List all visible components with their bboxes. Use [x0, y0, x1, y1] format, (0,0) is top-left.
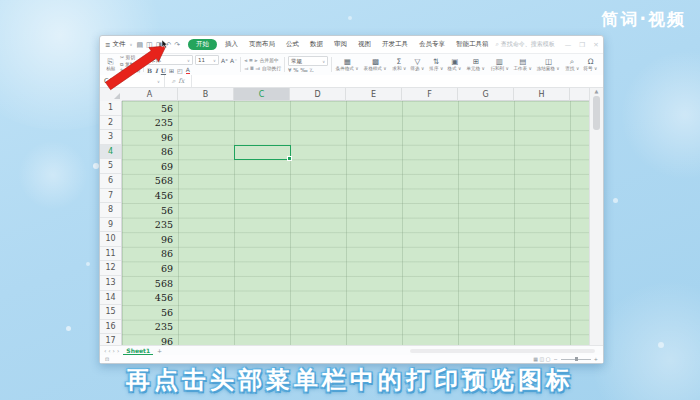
zoom-out-button[interactable]: − [554, 356, 558, 362]
merge-center-button[interactable]: 合并居中 [259, 58, 278, 64]
row-header[interactable]: 4 [100, 145, 121, 160]
copy-button[interactable]: ⧉ 复制 [120, 62, 140, 68]
menu-tab[interactable]: 智能工具箱 [453, 39, 492, 50]
menu-tab[interactable]: 开始 [188, 39, 217, 50]
number-format-buttons[interactable]: ¥ % ‰ ؉ [288, 67, 328, 73]
menu-tab[interactable]: 视图 [355, 39, 374, 50]
menu-tab[interactable]: 数据 [307, 39, 326, 50]
cell-value[interactable]: 96 [122, 234, 173, 245]
row-header[interactable]: 16 [100, 320, 121, 335]
view-mode-icons[interactable]: ▦ ◫ ▢ [533, 356, 550, 362]
rows-cols-button[interactable]: ▥行和列 ∨ [490, 58, 509, 72]
print-preview-icon[interactable]: ◨ [156, 41, 163, 49]
column-header[interactable]: E [346, 88, 402, 101]
row-header[interactable]: 15 [100, 305, 121, 320]
command-search-input[interactable]: ⌕ 查找命令、搜索模板 [496, 40, 555, 49]
row-header[interactable]: 5 [100, 159, 121, 174]
column-header[interactable] [570, 88, 590, 101]
row-header[interactable]: 12 [100, 261, 121, 276]
cell-value[interactable]: 235 [122, 321, 173, 332]
selected-cell[interactable] [234, 145, 291, 161]
paste-button[interactable]: ⎘ 粘贴 [104, 58, 117, 72]
borders-button[interactable]: ⊞ [169, 67, 174, 74]
menu-tab[interactable]: 公式 [283, 39, 302, 50]
cell-value[interactable]: 456 [122, 292, 173, 303]
italic-button[interactable]: I [155, 67, 158, 74]
row-header[interactable]: 14 [100, 291, 121, 306]
column-header[interactable]: F [402, 88, 458, 101]
zoom-in-button[interactable]: + [594, 356, 598, 362]
row-header[interactable]: 9 [100, 218, 121, 233]
column-header[interactable]: D [290, 88, 346, 101]
row-header[interactable]: 3 [100, 130, 121, 145]
zoom-slider[interactable] [561, 359, 591, 360]
row-header[interactable]: 11 [100, 247, 121, 262]
freeze-panes-button[interactable]: ◫冻结窗格 ∨ [536, 58, 560, 72]
column-header[interactable]: A [122, 88, 178, 101]
select-all-corner[interactable] [100, 88, 123, 102]
cell-value[interactable]: 86 [122, 146, 173, 157]
row-header[interactable]: 6 [100, 174, 121, 189]
row-header[interactable]: 8 [100, 203, 121, 218]
font-name-select[interactable]: 宋体∨ [147, 55, 193, 65]
cell-value[interactable]: 56 [122, 205, 173, 216]
worksheet-button[interactable]: ▤工作表 ∨ [513, 58, 532, 72]
column-header[interactable]: B [178, 88, 234, 101]
row-header[interactable]: 2 [100, 116, 121, 131]
font-color-button[interactable]: A [186, 66, 190, 74]
name-box[interactable]: C4 ∨ [100, 75, 165, 87]
cell-value[interactable]: 96 [122, 132, 173, 143]
sort-button[interactable]: ⇅排序 ∨ [429, 58, 444, 72]
column-header[interactable]: G [458, 88, 514, 101]
vertical-scrollbar[interactable]: ▲ [589, 88, 603, 346]
symbol-button[interactable]: Ω符号 ∨ [583, 58, 598, 72]
row-header[interactable]: 1 [100, 101, 121, 116]
add-sheet-button[interactable]: + [157, 347, 162, 354]
menu-tab[interactable]: 页面布局 [246, 39, 278, 50]
table-style-button[interactable]: ▩表格样式 ∨ [363, 58, 387, 72]
window-controls[interactable]: — ❐ ✕ [565, 41, 602, 49]
scroll-up-icon[interactable]: ▲ [595, 88, 599, 94]
cell-value[interactable]: 568 [122, 175, 173, 186]
save-icon[interactable]: ▤ [136, 41, 143, 49]
cell-value[interactable]: 69 [122, 263, 173, 274]
column-header[interactable]: H [514, 88, 570, 101]
menu-tab[interactable]: 会员专享 [416, 39, 448, 50]
menu-tab[interactable]: 审阅 [331, 39, 350, 50]
number-format-select[interactable]: 常规∨ [288, 56, 328, 66]
cut-button[interactable]: ✂ 剪切 [120, 55, 140, 61]
sheet-tab[interactable]: Sheet1 [123, 347, 153, 355]
menu-tab[interactable]: 开发工具 [379, 39, 411, 50]
sum-button[interactable]: Σ求和 ∨ [392, 58, 407, 72]
align-buttons[interactable]: ⫷ ≡ ⫸ [244, 57, 257, 64]
cell-value[interactable]: 56 [122, 103, 173, 114]
scrollbar-thumb[interactable] [593, 96, 600, 130]
search-icon[interactable]: ⌕ [172, 77, 176, 85]
cell-value[interactable]: 568 [122, 278, 173, 289]
cell-value[interactable]: 235 [122, 117, 173, 128]
filter-button[interactable]: ▽筛选 ∨ [410, 58, 425, 72]
find-button[interactable]: ⌕查找 ∨ [565, 58, 580, 72]
format-painter-button[interactable]: ✎ 格式刷 [120, 68, 140, 74]
conditional-format-button[interactable]: ▦条件格式 ∨ [335, 58, 359, 72]
print-icon[interactable]: ◫ [146, 41, 153, 49]
row-header[interactable]: 7 [100, 189, 121, 204]
column-header[interactable]: C [234, 88, 290, 101]
underline-button[interactable]: U [161, 67, 166, 74]
format-button[interactable]: ▣格式 ∨ [447, 58, 462, 72]
cell-value[interactable]: 69 [122, 161, 173, 172]
cell-value[interactable]: 86 [122, 248, 173, 259]
cell-value[interactable]: 56 [122, 307, 173, 318]
cell-value[interactable]: 456 [122, 190, 173, 201]
align-buttons[interactable]: ⫤ ≣ ⫥ [244, 65, 260, 72]
menu-tab[interactable]: 插入 [222, 39, 241, 50]
fill-color-button[interactable]: ◰ [177, 67, 183, 74]
row-header[interactable]: 10 [100, 232, 121, 247]
font-size-select[interactable]: 11∨ [195, 55, 219, 65]
undo-icon[interactable]: ↶ [165, 41, 171, 49]
wrap-text-button[interactable]: 自动换行 [262, 66, 281, 72]
cells-button[interactable]: ⊞单元格 ∨ [466, 58, 485, 72]
horizontal-scrollbar[interactable] [410, 349, 595, 353]
file-menu[interactable]: ≡ 文件 ∨ [105, 40, 132, 49]
redo-icon[interactable]: ↷ [174, 41, 180, 49]
